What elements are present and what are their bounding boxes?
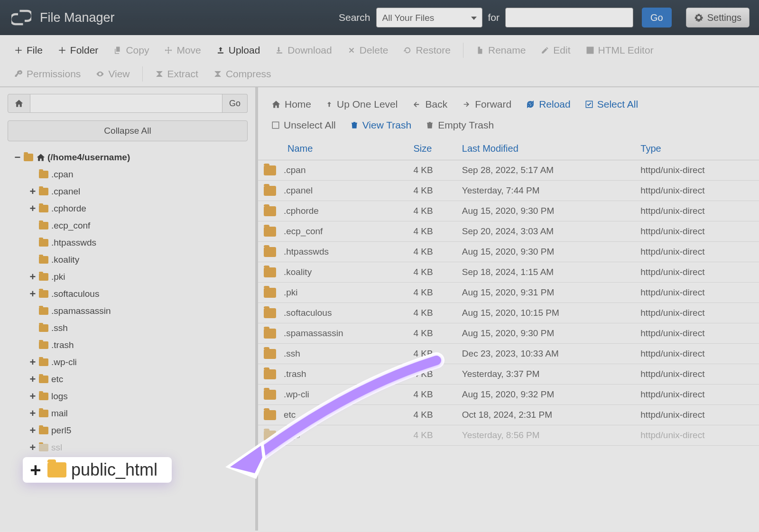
select-all-button[interactable]: Select All: [581, 97, 642, 112]
search-scope-select[interactable]: All Your Files: [376, 8, 482, 28]
tree-item[interactable]: .ecp_conf: [13, 217, 248, 234]
tree-item[interactable]: +logs: [13, 388, 248, 405]
table-row[interactable]: .cpanel4 KBYesterday, 7:44 PMhttpd/unix-…: [258, 181, 759, 201]
tree-go-button[interactable]: Go: [222, 94, 248, 113]
unselect-all-label: Unselect All: [284, 119, 336, 131]
delete-button[interactable]: Delete: [342, 42, 394, 59]
tree-item-label: .spamassassin: [51, 306, 111, 316]
unselect-all-button[interactable]: Unselect All: [268, 118, 340, 133]
folder-icon: [264, 329, 276, 339]
file-modified: Dec 23, 2023, 10:33 AM: [457, 344, 636, 364]
copy-button[interactable]: Copy: [108, 42, 155, 59]
folder-label: Folder: [70, 45, 99, 56]
tree-item[interactable]: .spamassassin: [13, 303, 248, 320]
folder-icon: [39, 307, 48, 315]
html-editor-label: HTML Editor: [598, 45, 654, 56]
tree-item[interactable]: +.cphorde: [13, 200, 248, 217]
view-trash-button[interactable]: View Trash: [346, 118, 416, 133]
tree-item[interactable]: .trash: [13, 337, 248, 354]
search-go-button[interactable]: Go: [642, 8, 672, 28]
tree-item-label: .softaculous: [51, 289, 99, 299]
table-row[interactable]: .ssh4 KBDec 23, 2023, 10:33 AMhttpd/unix…: [258, 344, 759, 364]
restore-button[interactable]: Restore: [398, 42, 456, 59]
tree-home-button[interactable]: [8, 94, 30, 113]
tree-item[interactable]: .htpasswds: [13, 234, 248, 251]
tree-item[interactable]: +etc: [13, 371, 248, 388]
file-size: 4 KB: [408, 181, 457, 201]
expand-icon[interactable]: +: [28, 442, 37, 453]
expand-icon[interactable]: +: [28, 203, 37, 214]
folder-icon: [39, 290, 48, 298]
expand-icon[interactable]: +: [28, 186, 37, 197]
expand-icon[interactable]: +: [28, 374, 37, 385]
table-row[interactable]: .cpan4 KBSep 28, 2022, 5:17 AMhttpd/unix…: [258, 160, 759, 181]
table-row[interactable]: .softaculous4 KBAug 15, 2020, 10:15 PMht…: [258, 303, 759, 323]
col-name[interactable]: Name: [258, 138, 408, 160]
expand-icon[interactable]: +: [28, 408, 37, 419]
tree-item[interactable]: +perl5: [13, 422, 248, 439]
tree-item[interactable]: +.pki: [13, 268, 248, 285]
home-icon: [271, 100, 281, 109]
download-label: Download: [287, 45, 332, 56]
folder-icon: [39, 205, 48, 212]
move-button[interactable]: Move: [158, 42, 206, 59]
nav-forward-button[interactable]: Forward: [458, 97, 515, 112]
nav-back-button[interactable]: Back: [408, 97, 451, 112]
extract-button[interactable]: Extract: [149, 65, 204, 83]
reload-button[interactable]: Reload: [522, 97, 574, 112]
tree-item[interactable]: .cpan: [13, 166, 248, 183]
table-row[interactable]: .pki4 KBAug 15, 2020, 9:31 PMhttpd/unix-…: [258, 283, 759, 303]
empty-trash-button[interactable]: Empty Trash: [422, 118, 498, 133]
table-row[interactable]: .spamassassin4 KBAug 15, 2020, 9:30 PMht…: [258, 323, 759, 344]
table-row[interactable]: logs4 KBYesterday, 8:56 PMhttpd/unix-dir…: [258, 425, 759, 446]
tree-item-label: .trash: [51, 340, 74, 350]
folder-icon: [39, 341, 48, 349]
download-button[interactable]: Download: [269, 42, 337, 59]
tree-item[interactable]: .koality: [13, 251, 248, 268]
table-row[interactable]: .htpasswds4 KBAug 15, 2020, 9:30 PMhttpd…: [258, 242, 759, 262]
table-row[interactable]: .cphorde4 KBAug 15, 2020, 9:30 PMhttpd/u…: [258, 201, 759, 221]
settings-button[interactable]: Settings: [686, 8, 750, 28]
table-row[interactable]: .wp-cli4 KBAug 15, 2020, 9:32 PMhttpd/un…: [258, 385, 759, 405]
expand-icon[interactable]: +: [28, 357, 37, 367]
html-editor-button[interactable]: HTML Editor: [580, 42, 659, 59]
check-box-icon: [585, 100, 593, 109]
table-row[interactable]: etc4 KBOct 18, 2024, 2:31 PMhttpd/unix-d…: [258, 405, 759, 425]
expand-icon[interactable]: +: [28, 425, 37, 436]
tree-path-input[interactable]: [30, 94, 222, 113]
expand-icon[interactable]: +: [28, 272, 37, 282]
tree-item[interactable]: +.wp-cli: [13, 354, 248, 371]
tree-root[interactable]: − (/home4/username): [13, 149, 248, 166]
tree-item[interactable]: +.softaculous: [13, 285, 248, 303]
tree-item[interactable]: +mail: [13, 405, 248, 422]
permissions-button[interactable]: Permissions: [9, 65, 86, 83]
reload-icon: [526, 100, 535, 109]
tree-item[interactable]: +ssl: [13, 439, 248, 456]
folder-icon: [39, 324, 48, 332]
upload-button[interactable]: Upload: [211, 42, 266, 59]
nav-home-button[interactable]: Home: [268, 97, 315, 112]
col-type[interactable]: Type: [636, 138, 759, 160]
table-row[interactable]: .ecp_conf4 KBSep 20, 2024, 3:03 AMhttpd/…: [258, 221, 759, 242]
expand-icon[interactable]: +: [28, 289, 37, 299]
search-input[interactable]: [505, 8, 633, 28]
rename-button[interactable]: Rename: [470, 42, 531, 59]
collapse-icon[interactable]: −: [13, 152, 22, 163]
nav-up-button[interactable]: Up One Level: [322, 97, 401, 112]
main-toolbar: File Folder Copy Move Upload Download De…: [0, 35, 759, 87]
collapse-all-button[interactable]: Collapse All: [8, 120, 248, 141]
col-size[interactable]: Size: [408, 138, 457, 160]
table-row[interactable]: .koality4 KBSep 18, 2024, 1:15 AMhttpd/u…: [258, 262, 759, 283]
folder-icon: [39, 239, 48, 247]
tree-item[interactable]: +.cpanel: [13, 183, 248, 200]
view-button[interactable]: View: [90, 65, 135, 83]
table-row[interactable]: .trash4 KBYesterday, 3:37 PMhttpd/unix-d…: [258, 364, 759, 385]
tree-item[interactable]: .ssh: [13, 320, 248, 337]
new-file-button[interactable]: File: [9, 42, 48, 59]
edit-button[interactable]: Edit: [535, 42, 576, 59]
compress-button[interactable]: Compress: [208, 65, 277, 83]
folder-icon: [264, 390, 276, 400]
expand-icon[interactable]: +: [28, 391, 37, 402]
new-folder-button[interactable]: Folder: [52, 42, 104, 59]
col-modified[interactable]: Last Modified: [457, 138, 636, 160]
